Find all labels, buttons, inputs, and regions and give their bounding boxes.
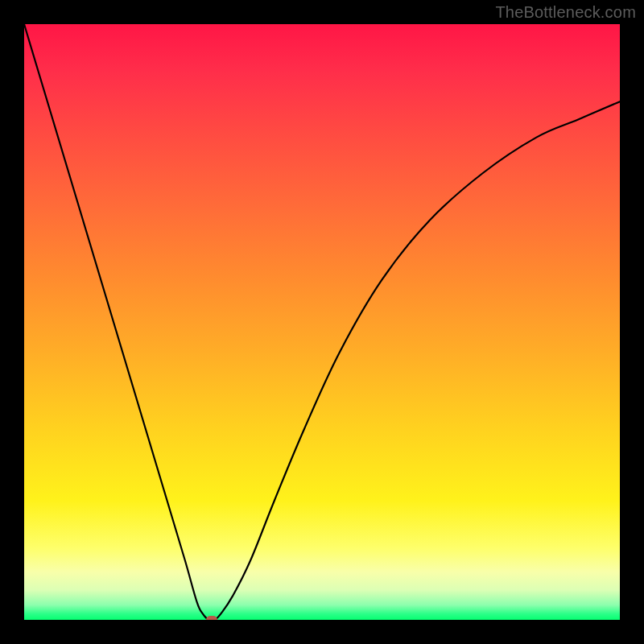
optimal-point-marker (206, 616, 217, 620)
plot-area (24, 24, 620, 620)
chart-frame: TheBottleneck.com (0, 0, 644, 644)
watermark-text: TheBottleneck.com (495, 3, 636, 22)
bottleneck-curve (24, 24, 620, 620)
